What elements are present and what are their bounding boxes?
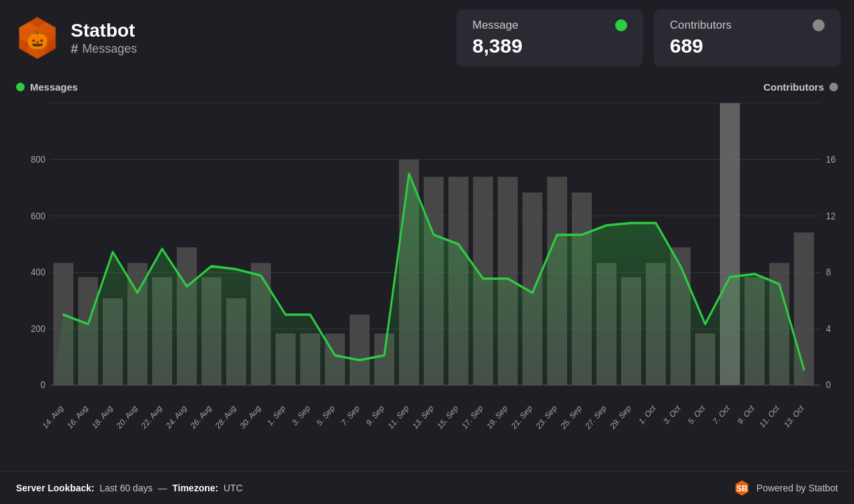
svg-text:18. Aug: 18. Aug <box>90 403 113 431</box>
svg-text:0: 0 <box>826 379 831 390</box>
svg-text:23. Sep: 23. Sep <box>534 403 558 431</box>
footer-info: Server Lookback: Last 60 days — Timezone… <box>16 483 243 493</box>
contributors-dot-icon <box>813 19 825 31</box>
svg-text:29. Sep: 29. Sep <box>608 403 632 431</box>
hash-icon: # <box>71 41 78 57</box>
logo-area: 🎃 Statbot # Messages <box>13 14 160 62</box>
svg-text:14. Aug: 14. Aug <box>41 403 64 431</box>
app-logo: 🎃 <box>13 14 61 62</box>
svg-text:22. Aug: 22. Aug <box>139 403 163 431</box>
messages-legend-dot <box>16 83 25 91</box>
svg-text:11. Sep: 11. Sep <box>386 403 410 431</box>
svg-text:13. Sep: 13. Sep <box>411 403 435 431</box>
svg-text:26. Aug: 26. Aug <box>189 403 212 431</box>
timezone-value: UTC <box>224 483 243 493</box>
svg-text:SB: SB <box>736 484 747 493</box>
svg-text:13. Oct: 13. Oct <box>783 403 806 430</box>
svg-text:1. Sep: 1. Sep <box>266 403 287 427</box>
svg-text:17. Sep: 17. Sep <box>460 403 484 431</box>
header: 🎃 Statbot # Messages Message 8,389 <box>0 0 854 76</box>
svg-text:25. Sep: 25. Sep <box>559 403 583 431</box>
svg-text:16. Aug: 16. Aug <box>65 403 89 431</box>
powered-by-label: Powered by Statbot <box>757 483 838 493</box>
contributors-stat-label: Contributors <box>670 19 732 32</box>
footer-logo-icon: SB <box>733 479 751 497</box>
message-dot-icon <box>615 19 627 31</box>
timezone-label: Timezone: <box>172 483 218 493</box>
message-stat-card: Message 8,389 <box>456 9 643 67</box>
svg-text:0: 0 <box>41 379 45 390</box>
stat-cards: Message 8,389 Contributors 689 <box>456 9 841 67</box>
lookback-label: Server Lookback: <box>16 483 95 493</box>
svg-text:27. Sep: 27. Sep <box>584 403 608 431</box>
contributors-stat-value: 689 <box>670 35 825 57</box>
svg-text:16: 16 <box>826 153 836 165</box>
svg-text:5. Sep: 5. Sep <box>315 403 336 427</box>
svg-text:400: 400 <box>31 266 45 277</box>
legend-contributors: Contributors <box>763 81 838 93</box>
svg-text:5. Oct: 5. Oct <box>687 403 707 427</box>
svg-text:28. Aug: 28. Aug <box>214 403 237 431</box>
contributors-legend-label: Contributors <box>763 81 824 93</box>
svg-text:8: 8 <box>826 266 831 277</box>
svg-text:9. Oct: 9. Oct <box>736 403 756 427</box>
svg-text:19. Sep: 19. Sep <box>485 403 509 431</box>
chart-legend: Messages Contributors <box>0 76 854 95</box>
x-axis-labels: 14. Aug 16. Aug 18. Aug 20. Aug 22. Aug … <box>41 403 805 431</box>
contributors-legend-dot <box>829 83 838 91</box>
svg-text:3. Sep: 3. Sep <box>290 403 312 427</box>
svg-text:7. Sep: 7. Sep <box>340 403 361 427</box>
svg-text:12: 12 <box>826 210 836 221</box>
footer-separator: — <box>157 483 167 493</box>
messages-legend-label: Messages <box>30 81 78 93</box>
chart-svg: 0 200 400 600 800 0 4 8 12 16 <box>13 95 841 471</box>
svg-text:24. Aug: 24. Aug <box>164 403 187 431</box>
lookback-value: Last 60 days <box>99 483 152 493</box>
app-container: 🎃 Statbot # Messages Message 8,389 <box>0 0 854 504</box>
svg-text:20. Aug: 20. Aug <box>115 403 138 431</box>
contributors-stat-card: Contributors 689 <box>654 9 841 67</box>
legend-messages: Messages <box>16 81 78 93</box>
svg-text:9. Sep: 9. Sep <box>364 403 386 427</box>
svg-text:1. Oct: 1. Oct <box>637 403 657 427</box>
svg-text:7. Oct: 7. Oct <box>711 403 731 427</box>
svg-text:800: 800 <box>31 153 45 165</box>
svg-text:🎃: 🎃 <box>27 29 49 51</box>
svg-text:15. Sep: 15. Sep <box>436 403 460 431</box>
chart-area: 0 200 400 600 800 0 4 8 12 16 <box>0 95 854 471</box>
logo-text: Statbot # Messages <box>71 20 137 57</box>
svg-text:21. Sep: 21. Sep <box>510 403 534 431</box>
svg-text:4: 4 <box>826 323 831 334</box>
svg-text:200: 200 <box>31 323 45 334</box>
svg-text:3. Oct: 3. Oct <box>662 403 682 427</box>
svg-text:30. Aug: 30. Aug <box>238 403 262 431</box>
svg-text:600: 600 <box>31 210 45 221</box>
footer: Server Lookback: Last 60 days — Timezone… <box>0 471 854 504</box>
message-stat-value: 8,389 <box>472 35 627 57</box>
message-stat-label: Message <box>472 19 518 32</box>
channel-label: # Messages <box>71 41 137 57</box>
svg-text:11. Oct: 11. Oct <box>758 403 781 430</box>
footer-branding: SB Powered by Statbot <box>733 479 838 497</box>
app-name: Statbot <box>71 20 137 41</box>
